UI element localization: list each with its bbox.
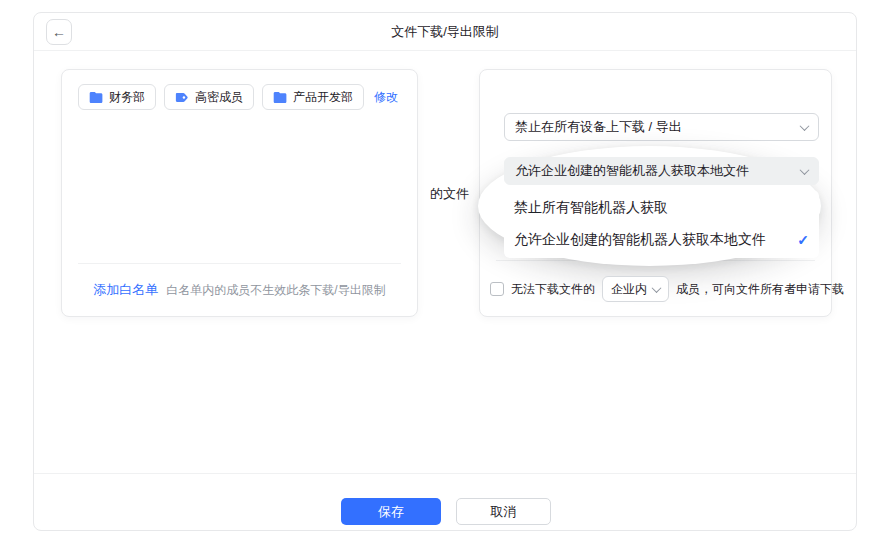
dropdown-option-allow-enterprise-robots[interactable]: 允许企业创建的智能机器人获取本地文件 ✓ [504, 224, 819, 256]
cancel-button[interactable]: 取消 [456, 498, 551, 525]
robot-access-select[interactable]: 允许企业创建的智能机器人获取本地文件 [504, 157, 819, 185]
robot-access-dropdown-menu: 禁止所有智能机器人获取 允许企业创建的智能机器人获取本地文件 ✓ [504, 190, 819, 258]
tag-label: 产品开发部 [293, 89, 353, 106]
tag-high-security-members[interactable]: 高密成员 [164, 84, 254, 110]
option-label: 允许企业创建的智能机器人获取本地文件 [514, 231, 797, 249]
device-restriction-select[interactable]: 禁止在所有设备上下载 / 导出 [504, 113, 819, 141]
scope-tags-row: 财务部 高密成员 产品开发部 修改 [78, 84, 398, 110]
left-panel-divider [78, 263, 401, 264]
device-restriction-value: 禁止在所有设备上下载 / 导出 [515, 118, 801, 136]
tag-product-dev-dept[interactable]: 产品开发部 [262, 84, 364, 110]
modify-scope-link[interactable]: 修改 [374, 89, 398, 106]
tag-finance-dept[interactable]: 财务部 [78, 84, 156, 110]
request-download-checkbox[interactable] [490, 282, 504, 296]
dropdown-option-forbid-all-robots[interactable]: 禁止所有智能机器人获取 [504, 192, 819, 224]
chevron-down-icon [800, 165, 810, 175]
save-button[interactable]: 保存 [341, 498, 441, 525]
rules-panel: 禁止在所有设备上下载 / 导出 允许企业创建的智能机器人获取本地文件 禁止所有智… [479, 69, 832, 317]
member-scope-value: 企业内 [611, 281, 647, 298]
dialog-header: ← 文件下载/导出限制 [34, 13, 856, 51]
page-title: 文件下载/导出限制 [34, 13, 856, 51]
add-whitelist-link[interactable]: 添加白名单 [93, 281, 158, 299]
chevron-down-icon [800, 121, 810, 131]
restriction-dialog: ← 文件下载/导出限制 财务部 高密成员 产品开发部 [33, 12, 857, 531]
option-label: 禁止所有智能机器人获取 [514, 199, 809, 217]
request-text-after: 成员，可向文件所有者申请下载 [676, 281, 844, 298]
robot-access-value: 允许企业创建的智能机器人获取本地文件 [515, 162, 801, 180]
footer-divider [34, 473, 856, 474]
tag-label: 财务部 [109, 89, 145, 106]
folder-icon [89, 91, 103, 104]
check-icon: ✓ [797, 232, 809, 248]
connector-label: 的文件 [430, 185, 469, 203]
request-text-before: 无法下载文件的 [511, 281, 595, 298]
tag-icon [175, 91, 189, 104]
tag-label: 高密成员 [195, 89, 243, 106]
folder-icon [273, 91, 287, 104]
member-scope-select[interactable]: 企业内 [602, 276, 669, 302]
whitelist-hint-text: 白名单内的成员不生效此条下载/导出限制 [166, 282, 385, 299]
chevron-down-icon [652, 283, 662, 293]
request-download-row: 无法下载文件的 企业内 成员，可向文件所有者申请下载 [490, 275, 844, 303]
scope-panel: 财务部 高密成员 产品开发部 修改 添加白名单 白名单内的成员不生效此条下载/导… [61, 69, 418, 317]
whitelist-row: 添加白名单 白名单内的成员不生效此条下载/导出限制 [62, 277, 417, 303]
